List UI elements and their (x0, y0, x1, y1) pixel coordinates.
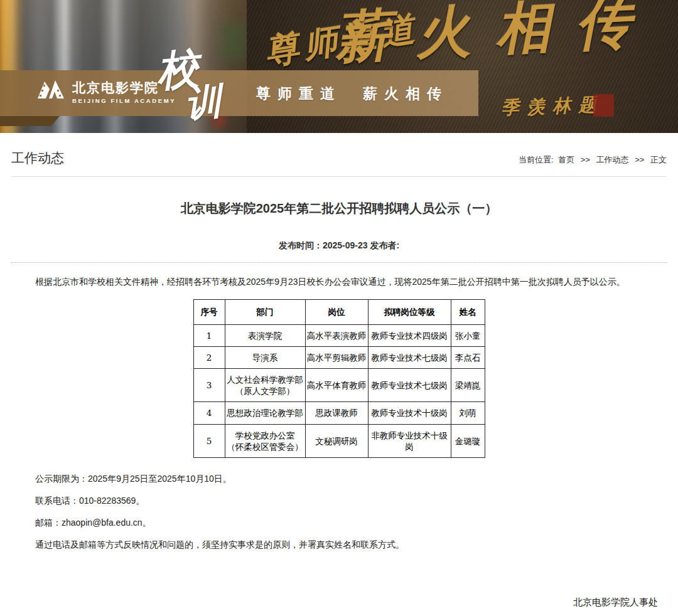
col-header-name: 姓名 (451, 300, 485, 324)
divider (11, 176, 667, 177)
article-signature: 北京电影学院人事处 2025年9月25日 (0, 597, 678, 616)
table-row: 1 表演学院 高水平表演教师 教师专业技术四级岗 张小童 (193, 324, 485, 346)
breadcrumb-home-link[interactable]: 首页 (558, 155, 574, 164)
signature-org: 北京电影学院人事处 (0, 597, 658, 608)
banner-band (0, 70, 478, 116)
cell-grade: 教师专业技术十级岗 (368, 402, 451, 424)
table-header-row: 序号 部门 岗位 拟聘岗位等级 姓名 (193, 300, 485, 324)
cell-grade: 教师专业技术七级岗 (368, 346, 451, 368)
col-header-dept: 部门 (225, 300, 305, 324)
cell-dept: 思想政治理论教学部 (225, 402, 305, 424)
page-title: 工作动态 (11, 149, 64, 167)
cell-no: 1 (193, 324, 225, 346)
cell-no: 3 (193, 369, 225, 402)
cell-no: 4 (193, 402, 225, 424)
cell-post: 高水平剪辑教师 (305, 346, 368, 368)
breadcrumb-current: 正文 (650, 155, 667, 164)
col-header-no: 序号 (193, 300, 225, 324)
banner-band-fold (0, 116, 60, 126)
cell-grade: 非教师专业技术十级岗 (368, 424, 451, 457)
breadcrumb: 当前位置: 首页 >> 工作动态 >> 正文 (519, 154, 667, 167)
stone-signature: 季羡林题 (500, 92, 604, 121)
col-header-grade: 拟聘岗位等级 (368, 300, 451, 324)
table-row: 5 学校党政办公室 （怀柔校区管委会） 文秘调研岗 非教师专业技术十级岗 金璐璇 (193, 424, 485, 457)
cell-no: 2 (193, 346, 225, 368)
cell-grade: 教师专业技术四级岗 (368, 324, 451, 346)
cell-name: 李点石 (451, 346, 485, 368)
cell-no: 5 (193, 424, 225, 457)
cell-grade: 教师专业技术七级岗 (368, 369, 451, 402)
cell-post: 文秘调研岗 (305, 424, 368, 457)
stone-engraving-main: 薪火相传 (333, 0, 658, 75)
col-header-post: 岗位 (305, 300, 368, 324)
cell-name: 梁靖崑 (451, 369, 485, 402)
article-title: 北京电影学院2025年第二批公开招聘拟聘人员公示（一） (38, 200, 640, 217)
breadcrumb-section-link[interactable]: 工作动态 (596, 155, 629, 164)
breadcrumb-separator: >> (635, 155, 644, 164)
table-row: 2 导演系 高水平剪辑教师 教师专业技术七级岗 李点石 (193, 346, 485, 368)
article-meta: 发布时间：2025-09-23 发布者: (0, 240, 678, 252)
cell-name: 张小童 (451, 324, 485, 346)
note-email: 邮箱：zhaopin@bfa.edu.cn。 (18, 516, 660, 529)
cell-name: 金璐璇 (451, 424, 485, 457)
note-phone: 联系电话：010-82283569。 (18, 494, 660, 507)
note-publicity-period: 公示期限为：2025年9月25日至2025年10月10日。 (18, 472, 660, 486)
cell-post: 高水平体育教师 (305, 369, 368, 402)
cell-post: 思政课教师 (305, 402, 368, 424)
cell-dept: 人文社会科学教学部 （原人文学部） (225, 369, 305, 402)
breadcrumb-separator: >> (581, 155, 590, 164)
table-row: 4 思想政治理论教学部 思政课教师 教师专业技术十级岗 刘萌 (193, 402, 485, 424)
cell-dept: 表演学院 (225, 324, 305, 346)
article-notes: 公示期限为：2025年9月25日至2025年10月10日。 联系电话：010-8… (18, 472, 660, 551)
breadcrumb-label: 当前位置: (519, 155, 554, 164)
foliage-blob (221, 23, 246, 60)
page: 尊师重道 薪火相传 季羡林题 (0, 0, 678, 616)
section-header: 工作动态 当前位置: 首页 >> 工作动态 >> 正文 (0, 133, 678, 176)
article-intro: 根据北京市和学校相关文件精神，经招聘各环节考核及2025年9月23日校长办公会审… (18, 275, 660, 289)
dotted-divider (11, 262, 667, 263)
cell-name: 刘萌 (451, 402, 485, 424)
cell-dept: 导演系 (225, 346, 305, 368)
note-feedback-rule: 通过电话及邮箱等方式反映情况和问题的，须坚持实事求是的原则，并署真实姓名和联系方… (18, 538, 660, 551)
cell-dept: 学校党政办公室 （怀柔校区管委会） (225, 424, 305, 457)
cell-post: 高水平表演教师 (305, 324, 368, 346)
banner: 尊师重道 薪火相传 季羡林题 (0, 0, 678, 133)
candidates-table: 序号 部门 岗位 拟聘岗位等级 姓名 1 表演学院 高水平表演教师 教师专业技术… (193, 299, 485, 458)
red-seal (593, 94, 614, 117)
table-row: 3 人文社会科学教学部 （原人文学部） 高水平体育教师 教师专业技术七级岗 梁靖… (193, 369, 485, 402)
